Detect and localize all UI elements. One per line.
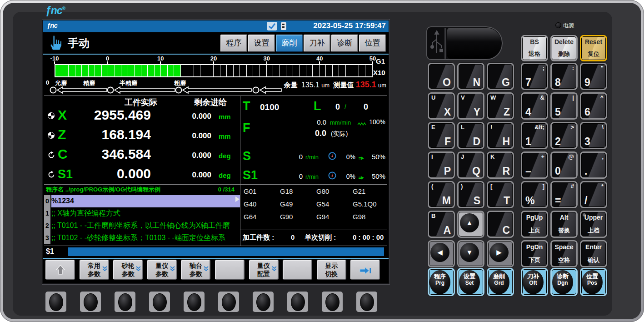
key-8[interactable]: :8 [550, 63, 578, 90]
key-arrow-right[interactable]: ▶ [487, 240, 514, 267]
key-1[interactable]: &lt;1 [521, 122, 548, 149]
key-x[interactable]: UX [428, 92, 455, 120]
button-cap [291, 293, 305, 311]
key-d[interactable]: LD [457, 122, 484, 149]
key-arrow-down[interactable]: ▼ [457, 240, 484, 267]
axis-name: C [58, 146, 68, 162]
button-cap [360, 293, 374, 311]
soft-button-3[interactable] [115, 292, 135, 312]
key-pgup[interactable]: PgUp上页 [521, 211, 548, 238]
tab-position[interactable]: 位置 [359, 35, 386, 52]
soft-button-8[interactable] [287, 292, 308, 312]
soft-button-9[interactable] [322, 292, 343, 312]
key-t[interactable]: [T [487, 181, 514, 208]
line-number: 1 [44, 207, 50, 220]
program-line[interactable]: 2;; T0101 - -工件磨削坐标系，以工件轴心线为X轴工件磨 [44, 220, 240, 232]
key-pgdn[interactable]: PgDn下页 [521, 240, 548, 267]
progress-cell [286, 65, 293, 76]
machine-home-icon [48, 112, 55, 119]
key-h[interactable]: !H [487, 122, 514, 149]
key-reset[interactable]: Reset复位 [580, 35, 607, 61]
soft-button-6[interactable] [218, 292, 239, 312]
key-2[interactable]: >2 [550, 122, 578, 149]
key-bs[interactable]: BS退格 [521, 35, 548, 61]
key-q[interactable]: JQ [457, 151, 484, 179]
key-upper[interactable]: Upper上档 [580, 211, 607, 238]
soft-key-display-toggle[interactable]: 显示切换 [317, 260, 346, 280]
spindle-limit: 50% [368, 153, 385, 161]
key-arrow-left[interactable]: ◀ [428, 240, 455, 267]
soft-key-empty-8[interactable] [283, 260, 312, 280]
key-g[interactable]: G [487, 63, 514, 90]
key-o[interactable]: O [428, 63, 455, 90]
key-s[interactable]: )S [457, 181, 484, 208]
soft-key-next-menu[interactable] [350, 260, 380, 280]
key-equals[interactable]: #= [550, 181, 578, 208]
mode-key-oft[interactable]: 刀补Oft [521, 268, 548, 296]
progress-cell [155, 65, 161, 76]
command-input-bar[interactable] [68, 247, 384, 256]
soft-button-4[interactable] [149, 292, 170, 312]
key-7[interactable]: ;7 [521, 63, 548, 90]
key-alt[interactable]: Alt替换 [550, 211, 578, 238]
soft-key-table-params[interactable]: 轴台参数 [181, 260, 210, 280]
key-a[interactable]: BA [428, 211, 455, 238]
soft-key-common-params[interactable]: 常用参数 [80, 260, 109, 280]
gcode-modal-panel: G01G18G80G21G40G49G54G5.1Q0G64G90G94G98 [240, 184, 387, 230]
key-space[interactable]: Space空格 [550, 240, 578, 267]
feed-actual-label: (实际) [331, 130, 348, 138]
soft-key-empty-6[interactable] [215, 260, 245, 280]
soft-key-wheel-params[interactable]: 砂轮参数 [113, 260, 143, 280]
key-y[interactable]: VY [457, 92, 484, 120]
program-line[interactable]: 3;; T0102 - -砂轮修整坐标系；T0103 - -端面定位坐标系 [44, 232, 240, 244]
key-slash[interactable]: */ [580, 181, 607, 208]
tab-program[interactable]: 程序 [220, 35, 247, 52]
scroll-indicator-icon[interactable] [235, 196, 240, 202]
power-indicator: 电源 [555, 22, 574, 30]
mode-key-prg[interactable]: 程序Prg [428, 268, 455, 296]
soft-button-10[interactable] [356, 292, 377, 312]
mode-key-dgn[interactable]: 诊断Dgn [550, 268, 578, 296]
key-p[interactable]: IP [428, 151, 455, 179]
key-5[interactable]: |5 [550, 92, 578, 120]
key-enter[interactable]: Enter确认 [580, 240, 607, 267]
progress-cell [75, 65, 82, 76]
progress-cell [240, 65, 246, 76]
key-delete[interactable]: Delete删除 [550, 35, 578, 61]
soft-button-2[interactable] [80, 292, 101, 312]
key-4[interactable]: &4 [521, 92, 548, 120]
key-r[interactable]: KR [487, 151, 514, 179]
key-z[interactable]: WZ [487, 92, 514, 120]
key-3[interactable]: \3 [580, 122, 607, 149]
key-dot[interactable]: ,. [580, 151, 607, 179]
key-percent[interactable]: ]% [521, 181, 548, 208]
program-position: 0 /314 [218, 185, 235, 195]
progress-cell [339, 65, 345, 76]
soft-key-up[interactable] [45, 260, 75, 280]
key-9[interactable]: "9 [580, 63, 607, 90]
soft-button-5[interactable] [184, 292, 205, 312]
mode-key-set[interactable]: 设置Set [457, 268, 484, 296]
tab-grinding[interactable]: 磨削 [276, 35, 303, 52]
tab-offset[interactable]: 刀补 [304, 35, 330, 52]
key-f[interactable]: EF [428, 122, 455, 149]
soft-button-1[interactable] [45, 292, 66, 312]
key-n[interactable]: N [457, 63, 484, 90]
key-c[interactable]: C [487, 211, 514, 238]
key-0[interactable]: @0 [550, 151, 578, 179]
key-minus[interactable]: +– [521, 151, 548, 179]
soft-key-gauge-config[interactable]: 量仪配置 [249, 260, 279, 280]
spindle1-load: 0% [343, 173, 355, 180]
program-line[interactable]: 0%1234 [44, 195, 240, 207]
mode-key-grd[interactable]: 磨削Grd [487, 268, 514, 296]
key-arrow-up[interactable]: ▲ [457, 211, 484, 238]
program-line[interactable]: 1;; X轴为直径编程方式 [44, 207, 240, 220]
soft-key-gauge-params[interactable]: 量仪参数 [147, 260, 177, 280]
mode-key-pos[interactable]: 位置Pos [580, 268, 607, 296]
soft-button-7[interactable] [253, 292, 274, 312]
tab-settings[interactable]: 设置 [248, 35, 275, 52]
key-m[interactable]: (M [428, 181, 455, 208]
tab-diagnosis[interactable]: 诊断 [331, 35, 358, 52]
gcode-value: G01 [244, 187, 256, 195]
key-6[interactable]: ^6 [580, 92, 607, 120]
